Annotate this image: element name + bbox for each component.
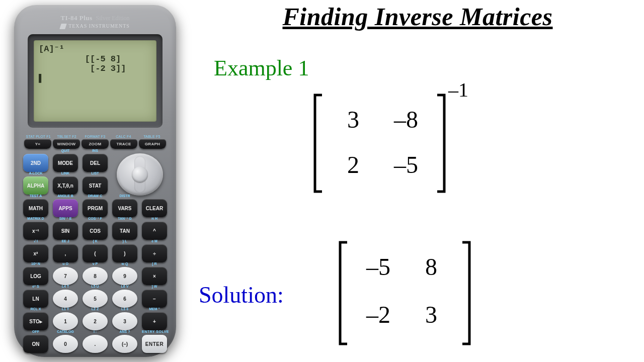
key-button[interactable]: ×[ R bbox=[142, 267, 167, 285]
key-button[interactable]: ONOFF bbox=[23, 335, 48, 353]
key-button[interactable]: ,EE J bbox=[53, 244, 78, 262]
key-button[interactable]: STATLIST bbox=[83, 176, 108, 195]
key-sup-label: L1 Y bbox=[53, 307, 78, 311]
key-button[interactable]: CLEAR bbox=[142, 199, 167, 217]
key-button[interactable]: ÷e M bbox=[142, 244, 167, 262]
key-button[interactable]: x⁻¹MATRIX D bbox=[23, 222, 48, 240]
key-sup-label: w Q bbox=[112, 262, 137, 266]
key-button[interactable]: )} L bbox=[112, 244, 137, 262]
key-sup-label: π H bbox=[142, 217, 167, 221]
key-button[interactable]: ({ K bbox=[83, 244, 108, 262]
fkey-label: CALC F4 bbox=[109, 135, 137, 138]
key-sup-label: TEST A bbox=[23, 194, 48, 198]
solution-matrix: –5 8 –2 3 bbox=[337, 240, 472, 346]
key-button[interactable]: PRGMDRAW C bbox=[83, 199, 108, 217]
key-button[interactable]: ALPHAA-LOCK bbox=[23, 176, 48, 195]
calc-model: TI-84 Plus bbox=[60, 14, 92, 22]
key-sup-label: √ I bbox=[23, 239, 48, 243]
m1-a12: –8 bbox=[393, 106, 419, 136]
key-button[interactable]: 3L3 θ bbox=[112, 312, 137, 330]
key-sup-label: L5 U bbox=[83, 285, 108, 289]
key-button[interactable]: SINSIN⁻¹ E bbox=[53, 222, 78, 240]
calc-screen: [A]⁻¹ [[-5 8] [-2 3]] ▌ bbox=[34, 40, 156, 122]
key-button[interactable]: 7u O bbox=[53, 267, 78, 285]
key-button[interactable]: 8v P bbox=[83, 267, 108, 285]
dpad[interactable] bbox=[112, 154, 167, 195]
calc-fkey-labels: STAT PLOT F1TBLSET F2FORMAT F3CALC F4TAB… bbox=[24, 135, 166, 138]
key-button[interactable]: 0CATALOG bbox=[53, 335, 78, 353]
key-sup-label: L3 θ bbox=[112, 307, 137, 311]
fkey-label: TBLSET F2 bbox=[52, 135, 80, 138]
key-button[interactable]: LNeˣ S bbox=[23, 290, 48, 308]
key-button[interactable]: STO▸RCL X bbox=[23, 312, 48, 330]
key-sup-label: L2 Z bbox=[83, 307, 108, 311]
key-sup-label: COS⁻¹ F bbox=[83, 217, 108, 221]
key-button[interactable]: (–)ANS ? bbox=[112, 335, 137, 353]
key-button[interactable]: −] W bbox=[142, 290, 167, 308]
calc-screen-rim: [A]⁻¹ [[-5 8] [-2 3]] ▌ bbox=[28, 34, 163, 128]
key-sup-label: eˣ S bbox=[23, 285, 48, 289]
key-button[interactable]: ENTERENTRY SOLVE bbox=[142, 335, 167, 353]
key-button[interactable]: X,T,θ,nLINK bbox=[53, 176, 78, 195]
bracket-left-icon bbox=[337, 240, 348, 346]
key-button[interactable]: COSCOS⁻¹ F bbox=[83, 222, 108, 240]
calc-brand: TEXAS INSTRUMENTS bbox=[23, 23, 167, 29]
example-label: Example 1 bbox=[214, 55, 309, 81]
key-button[interactable]: 2L2 Z bbox=[83, 312, 108, 330]
key-button[interactable]: TANTAN⁻¹ G bbox=[112, 222, 137, 240]
key-button[interactable]: LOG10ˣ N bbox=[23, 267, 48, 285]
key-button[interactable]: .i : bbox=[83, 335, 108, 353]
key-sup-label: v P bbox=[83, 262, 108, 266]
key-sup-label: LINK bbox=[53, 171, 78, 175]
key-button[interactable]: 1L1 Y bbox=[53, 312, 78, 330]
key-sup-label: QUIT bbox=[53, 149, 78, 153]
fkey-button[interactable]: WINDOW bbox=[53, 139, 80, 149]
fkey-button[interactable]: GRAPH bbox=[139, 139, 166, 149]
key-sup-label: 10ˣ N bbox=[23, 262, 48, 266]
key-button[interactable]: ^π H bbox=[142, 222, 167, 240]
key-button[interactable]: APPSANGLE B bbox=[53, 199, 78, 217]
page-title: Finding Inverse Matrices bbox=[201, 2, 634, 31]
key-button[interactable]: +MEM " bbox=[142, 312, 167, 330]
key-button[interactable]: MATHTEST A bbox=[23, 199, 48, 217]
m2-a22: 3 bbox=[419, 301, 444, 333]
key-sup-label: MATRIX D bbox=[23, 217, 48, 221]
m1-a11: 3 bbox=[341, 106, 366, 136]
ti-logo-icon bbox=[59, 24, 67, 29]
m2-a12: 8 bbox=[419, 253, 444, 286]
fkey-label: TABLE F5 bbox=[138, 135, 166, 138]
key-button[interactable]: 2ND bbox=[23, 154, 48, 172]
m1-a22: –5 bbox=[393, 151, 419, 181]
key-button[interactable]: 4L4 T bbox=[53, 290, 78, 308]
key-button[interactable]: 6L6 V bbox=[112, 290, 137, 308]
key-button[interactable]: DELINS bbox=[83, 154, 108, 172]
key-sup-label: e M bbox=[142, 239, 167, 243]
fkey-label: STAT PLOT F1 bbox=[24, 135, 52, 138]
key-button[interactable]: 5L5 U bbox=[83, 290, 108, 308]
fkey-button[interactable]: Y= bbox=[24, 139, 51, 149]
key-button[interactable]: x²√ I bbox=[23, 244, 48, 262]
key-sup-label: EE J bbox=[53, 239, 78, 243]
bracket-right-icon bbox=[461, 240, 472, 346]
solution-label: Solution: bbox=[199, 282, 284, 308]
key-sup-label: i : bbox=[83, 330, 108, 334]
problem-matrix: 3 –8 2 –5 –1 bbox=[312, 93, 468, 194]
key-button[interactable]: MODEQUIT bbox=[53, 154, 78, 172]
key-sup-label: RCL X bbox=[23, 307, 48, 311]
key-sup-label: DRAW C bbox=[83, 194, 108, 198]
calc-edition: Silver Edition bbox=[96, 15, 130, 22]
key-button[interactable]: 9w Q bbox=[112, 267, 137, 285]
key-button[interactable]: VARSDISTR bbox=[112, 199, 137, 217]
key-sup-label: ] W bbox=[142, 285, 167, 289]
key-sup-label: INS bbox=[83, 149, 108, 153]
fkey-button[interactable]: ZOOM bbox=[82, 139, 109, 149]
key-sup-label: } L bbox=[112, 239, 137, 243]
key-sup-label: u O bbox=[53, 262, 78, 266]
key-sup-label: LIST bbox=[83, 171, 108, 175]
key-sup-label: CATALOG bbox=[53, 330, 78, 334]
fkey-button[interactable]: TRACE bbox=[110, 139, 137, 149]
calc-header: TI-84 Plus Silver Edition TEXAS INSTRUME… bbox=[23, 13, 167, 29]
key-sup-label: { K bbox=[83, 239, 108, 243]
m1-a21: 2 bbox=[341, 151, 366, 181]
key-sup-label: ANS ? bbox=[112, 330, 137, 334]
